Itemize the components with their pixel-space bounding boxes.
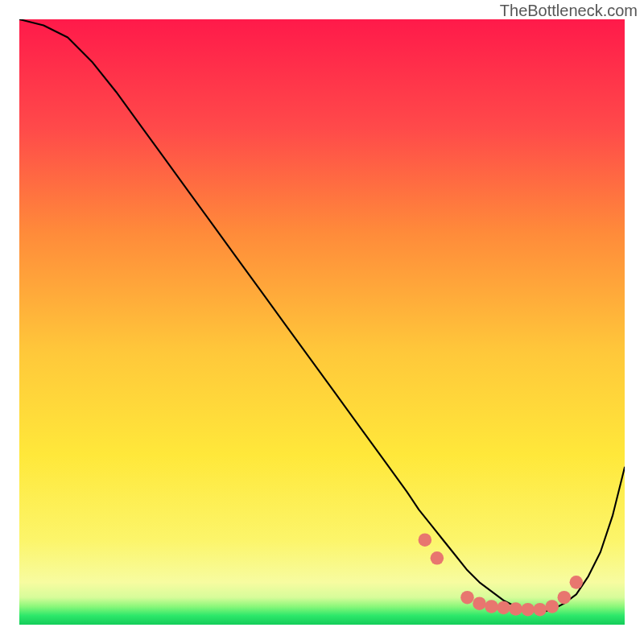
watermark-text: TheBottleneck.com [500,2,638,20]
chart-container: TheBottleneck.com [0,0,644,644]
gradient-background [19,19,625,625]
chart-area [19,19,625,625]
svg-rect-0 [19,19,625,625]
